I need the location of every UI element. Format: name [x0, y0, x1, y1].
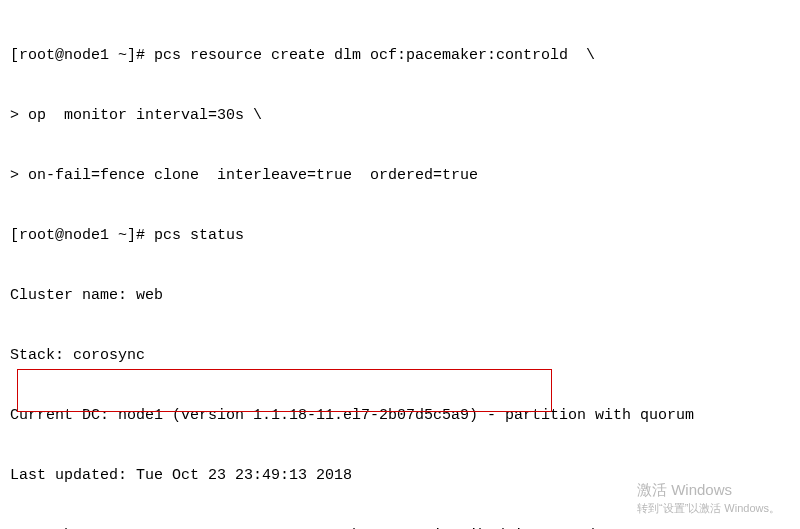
terminal-output: [root@node1 ~]# pcs resource create dlm … [10, 6, 790, 529]
terminal-line: [root@node1 ~]# pcs status [10, 226, 790, 246]
terminal-line: > on-fail=fence clone interleave=true or… [10, 166, 790, 186]
terminal-line: > op monitor interval=30s \ [10, 106, 790, 126]
terminal-line: Current DC: node1 (version 1.1.18-11.el7… [10, 406, 790, 426]
terminal-line: Stack: corosync [10, 346, 790, 366]
terminal-line: Last updated: Tue Oct 23 23:49:13 2018 [10, 466, 790, 486]
terminal-line: [root@node1 ~]# pcs resource create dlm … [10, 46, 790, 66]
terminal-line: Cluster name: web [10, 286, 790, 306]
